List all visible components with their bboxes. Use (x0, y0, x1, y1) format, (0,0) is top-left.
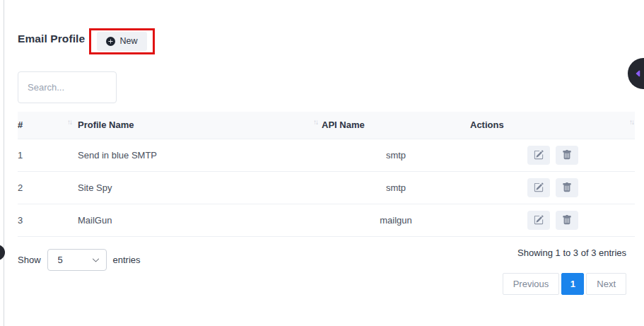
edit-pencil-icon (534, 182, 544, 192)
caret-left-icon (634, 69, 643, 78)
page-title: Email Profile (18, 33, 85, 45)
api-name-cell: mailgun (322, 204, 470, 236)
new-button-label: New (119, 37, 137, 46)
table-header-row: # ↑↓ Profile Name ↑↓ API Name Actions ↑↓ (18, 112, 635, 139)
actions-cell (470, 204, 635, 236)
column-label: Actions (470, 120, 504, 130)
pagination: Previous 1 Next (503, 273, 626, 295)
sort-icon: ↑↓ (67, 118, 71, 126)
table-row: 2 Site Spy smtp (18, 171, 635, 204)
pagination-page-1-button[interactable]: 1 (561, 273, 584, 295)
table-row: 1 Send in blue SMTP smtp (18, 139, 635, 171)
row-number: 2 (18, 171, 78, 204)
search-input[interactable] (18, 71, 117, 103)
actions-cell (470, 139, 635, 171)
actions-cell (470, 171, 635, 204)
row-number: 3 (18, 204, 78, 236)
new-button[interactable]: New (97, 32, 146, 51)
sort-icon: ↑↓ (313, 118, 317, 126)
profile-name-cell: Send in blue SMTP (78, 139, 322, 171)
panel-left-border (4, 0, 4, 326)
column-label: API Name (322, 120, 365, 130)
sort-icon: ↑↓ (629, 118, 633, 126)
pagination-previous-button[interactable]: Previous (503, 273, 560, 295)
trash-icon (562, 150, 572, 160)
edit-button[interactable] (527, 178, 550, 197)
page-length-select-wrap: 5 (47, 249, 107, 271)
page-length-control: Show 5 entries (18, 249, 141, 271)
row-number: 1 (18, 139, 78, 171)
column-header-num[interactable]: # ↑↓ (18, 112, 78, 139)
page-length-select[interactable]: 5 (47, 249, 107, 271)
column-header-actions[interactable]: Actions ↑↓ (470, 112, 635, 139)
pagination-next-button[interactable]: Next (586, 273, 626, 295)
edit-pencil-icon (534, 150, 544, 160)
profile-name-cell: Site Spy (78, 171, 322, 204)
plus-circle-icon (106, 37, 115, 46)
table-info: Showing 1 to 3 of 3 entries (517, 248, 626, 258)
email-profile-page: Email Profile New # ↑↓ Profile Name ↑↓ (0, 0, 644, 326)
column-label: Profile Name (78, 120, 134, 130)
annotation-highlight-box: New (89, 28, 155, 54)
show-label: Show (18, 255, 41, 265)
edit-button[interactable] (527, 211, 550, 230)
table-row: 3 MailGun mailgun (18, 204, 635, 236)
delete-button[interactable] (556, 178, 578, 197)
column-label: # (18, 120, 23, 130)
api-name-cell: smtp (322, 139, 470, 171)
entries-label: entries (113, 255, 141, 265)
edit-pencil-icon (534, 215, 544, 225)
trash-icon (562, 182, 572, 192)
edit-button[interactable] (527, 146, 550, 165)
customizer-toggle-button[interactable] (628, 58, 644, 89)
column-header-api-name[interactable]: API Name (322, 112, 470, 139)
email-profile-table: # ↑↓ Profile Name ↑↓ API Name Actions ↑↓… (18, 112, 635, 237)
trash-icon (562, 215, 572, 225)
api-name-cell: smtp (322, 171, 470, 204)
delete-button[interactable] (556, 211, 578, 230)
delete-button[interactable] (556, 146, 578, 165)
column-header-profile-name[interactable]: Profile Name ↑↓ (78, 112, 322, 139)
profile-name-cell: MailGun (78, 204, 322, 236)
